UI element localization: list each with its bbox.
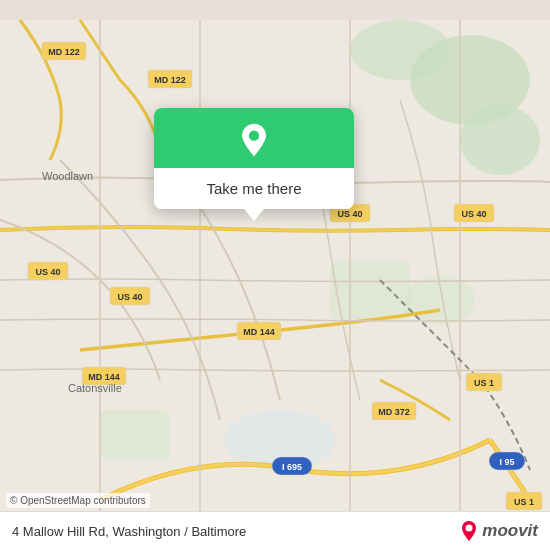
svg-text:US 1: US 1: [514, 497, 534, 507]
svg-rect-4: [330, 260, 410, 320]
location-pin-icon: [236, 122, 272, 158]
svg-point-3: [350, 20, 450, 80]
svg-text:MD 122: MD 122: [154, 75, 186, 85]
svg-text:MD 372: MD 372: [378, 407, 410, 417]
svg-text:Catonsville: Catonsville: [68, 382, 122, 394]
osm-attribution: © OpenStreetMap contributors: [6, 493, 150, 508]
svg-text:US 40: US 40: [117, 292, 142, 302]
svg-text:I 95: I 95: [499, 457, 514, 467]
svg-point-38: [466, 525, 473, 532]
moovit-logo-icon: [460, 520, 478, 542]
map-container: MD 122 MD 122 US 40 US 40 US 40 US 40 MD…: [0, 0, 550, 550]
svg-text:MD 144: MD 144: [243, 327, 275, 337]
svg-text:US 40: US 40: [35, 267, 60, 277]
svg-text:I 695: I 695: [282, 462, 302, 472]
bottom-bar: 4 Mallow Hill Rd, Washington / Baltimore…: [0, 511, 550, 550]
svg-text:MD 122: MD 122: [48, 47, 80, 57]
svg-text:US 40: US 40: [337, 209, 362, 219]
moovit-logo-text: moovit: [482, 521, 538, 541]
svg-point-2: [460, 105, 540, 175]
svg-text:MD 144: MD 144: [88, 372, 120, 382]
address-text: 4 Mallow Hill Rd, Washington / Baltimore: [12, 524, 246, 539]
svg-point-37: [249, 131, 259, 141]
popup-card: Take me there: [154, 108, 354, 209]
svg-text:Woodlawn: Woodlawn: [42, 170, 93, 182]
svg-text:US 1: US 1: [474, 378, 494, 388]
take-me-there-button[interactable]: Take me there: [154, 168, 354, 209]
popup-green-header: [154, 108, 354, 168]
map-svg: MD 122 MD 122 US 40 US 40 US 40 US 40 MD…: [0, 0, 550, 550]
moovit-logo: moovit: [460, 520, 538, 542]
svg-rect-6: [100, 410, 170, 460]
svg-text:US 40: US 40: [461, 209, 486, 219]
popup-tail: [244, 209, 264, 221]
